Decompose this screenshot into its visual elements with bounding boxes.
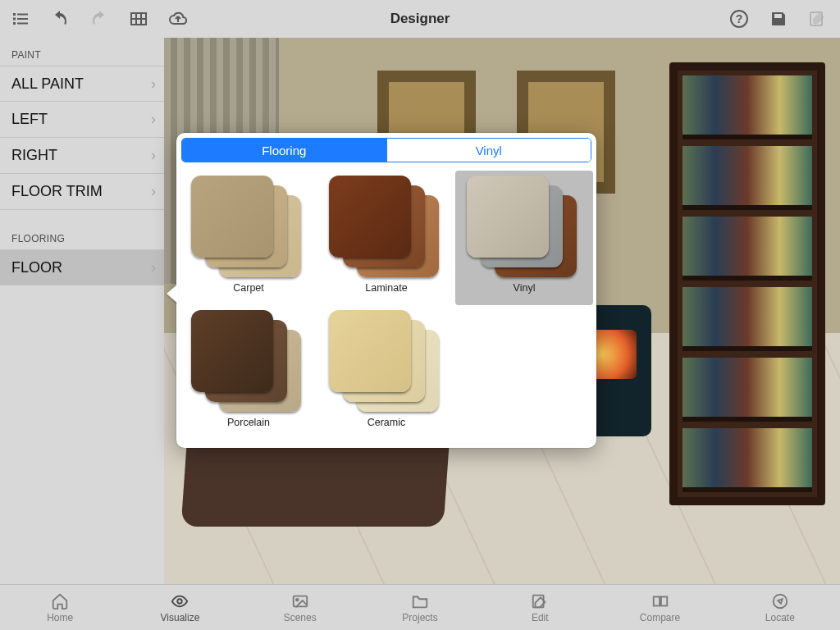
top-toolbar: Designer ? xyxy=(0,0,840,38)
sidebar-section-header-flooring: FLOORING xyxy=(0,210,164,249)
eye-icon xyxy=(171,592,189,610)
tab-label: Home xyxy=(47,612,73,623)
toolbar-right-group: ? xyxy=(728,0,829,38)
chevron-right-icon: › xyxy=(151,147,156,164)
sidebar-item-label: FLOOR TRIM xyxy=(11,183,103,200)
svg-rect-1 xyxy=(17,14,28,16)
swatch-stack-icon xyxy=(191,176,306,281)
chevron-right-icon: › xyxy=(151,259,156,276)
material-grid: Carpet Laminate Vinyl Porcelain Ceramic xyxy=(176,167,596,440)
canvas-bookcase xyxy=(669,62,825,505)
redo-icon xyxy=(89,8,110,30)
material-label: Ceramic xyxy=(368,417,406,428)
svg-point-15 xyxy=(296,598,299,600)
sidebar-item-label: ALL PAINT xyxy=(11,75,84,93)
tab-scenes[interactable]: Scenes xyxy=(251,592,349,623)
chevron-right-icon: › xyxy=(151,183,156,200)
material-label: Laminate xyxy=(365,282,407,294)
tab-label: Scenes xyxy=(284,612,317,623)
image-icon xyxy=(291,592,309,610)
save-icon[interactable] xyxy=(768,8,789,30)
compass-icon xyxy=(771,592,789,610)
tab-label: Compare xyxy=(640,612,680,623)
sidebar-item-label: RIGHT xyxy=(11,147,57,164)
segmented-control: Flooring Vinyl xyxy=(181,138,591,162)
material-cell-ceramic[interactable]: Ceramic xyxy=(317,305,455,440)
material-label: Vinyl xyxy=(514,282,536,294)
material-label: Carpet xyxy=(233,282,264,294)
swatch-stack-icon xyxy=(191,310,306,415)
sidebar-item-left[interactable]: LEFT › xyxy=(0,102,164,138)
tab-visualize[interactable]: Visualize xyxy=(130,592,229,623)
svg-rect-14 xyxy=(293,596,307,606)
svg-text:?: ? xyxy=(736,12,743,25)
toolbar-left-group xyxy=(0,8,189,30)
svg-rect-17 xyxy=(653,596,659,605)
cloud-upload-icon[interactable] xyxy=(167,8,189,30)
material-cell-vinyl[interactable]: Vinyl xyxy=(455,171,593,305)
tab-locate[interactable]: Locate xyxy=(731,592,829,623)
svg-point-19 xyxy=(774,594,788,608)
bottom-tabbar: Home Visualize Scenes Projects Edit Comp… xyxy=(0,584,840,630)
sidebar-item-label: LEFT xyxy=(11,111,48,128)
tab-label: Projects xyxy=(402,612,437,623)
tab-projects[interactable]: Projects xyxy=(371,592,469,623)
sidebar-section-header-paint: PAINT xyxy=(0,38,164,66)
svg-rect-3 xyxy=(17,18,28,20)
folder-icon xyxy=(411,592,429,610)
material-label: Porcelain xyxy=(227,417,270,428)
tab-edit[interactable]: Edit xyxy=(491,592,589,623)
sidebar: PAINT ALL PAINT › LEFT › RIGHT › FLOOR T… xyxy=(0,38,164,584)
help-icon[interactable]: ? xyxy=(728,8,750,30)
tab-label: Edit xyxy=(532,612,549,623)
tab-home[interactable]: Home xyxy=(11,592,109,623)
grid-icon[interactable] xyxy=(128,8,149,30)
sidebar-item-all-paint[interactable]: ALL PAINT › xyxy=(0,66,164,102)
svg-rect-0 xyxy=(13,13,16,16)
material-cell-carpet[interactable]: Carpet xyxy=(180,171,317,305)
svg-rect-4 xyxy=(13,22,16,25)
swatch-stack-icon xyxy=(329,310,444,415)
sidebar-item-label: FLOOR xyxy=(11,259,62,276)
material-cell-laminate[interactable]: Laminate xyxy=(317,171,455,305)
tab-label: Visualize xyxy=(161,612,200,623)
popup-pointer-icon xyxy=(167,284,178,304)
sidebar-item-right[interactable]: RIGHT › xyxy=(0,138,164,174)
svg-point-13 xyxy=(178,599,183,604)
compare-icon xyxy=(651,592,669,610)
svg-rect-5 xyxy=(17,23,28,25)
tab-compare[interactable]: Compare xyxy=(611,592,710,623)
chevron-right-icon: › xyxy=(151,75,156,93)
edit-pencil-icon xyxy=(807,8,829,30)
sidebar-item-floor[interactable]: FLOOR › xyxy=(0,249,164,285)
pencil-square-icon xyxy=(531,592,549,610)
flooring-popup: Flooring Vinyl Carpet Laminate Vinyl Po xyxy=(176,133,596,448)
menu-list-icon[interactable] xyxy=(10,8,31,30)
undo-icon[interactable] xyxy=(49,8,71,30)
svg-rect-2 xyxy=(13,18,16,21)
svg-rect-18 xyxy=(660,596,666,605)
tab-label: Locate xyxy=(765,612,795,623)
seg-tab-vinyl[interactable]: Vinyl xyxy=(386,139,591,162)
sidebar-item-floor-trim[interactable]: FLOOR TRIM › xyxy=(0,174,164,210)
swatch-stack-icon xyxy=(467,176,582,281)
seg-tab-flooring[interactable]: Flooring xyxy=(182,139,386,162)
home-icon xyxy=(51,592,69,610)
chevron-right-icon: › xyxy=(151,111,156,128)
swatch-stack-icon xyxy=(329,176,444,281)
material-cell-porcelain[interactable]: Porcelain xyxy=(180,305,317,440)
